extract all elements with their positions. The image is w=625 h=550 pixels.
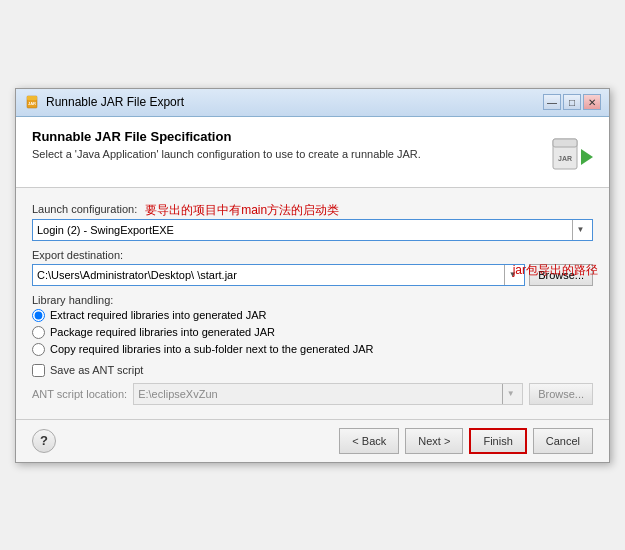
title-text: Runnable JAR File Export <box>46 95 184 109</box>
ant-checkbox[interactable] <box>32 364 45 377</box>
window-icon: JAR <box>24 94 40 110</box>
radio-package[interactable] <box>32 326 45 339</box>
ant-browse-button: Browse... <box>529 383 593 405</box>
launch-config-label-row: Launch configuration: 要导出的项目中有main方法的启动类 <box>32 202 593 219</box>
launch-config-select[interactable]: Login (2) - SwingExportEXE ▼ <box>32 219 593 241</box>
title-bar-left: JAR Runnable JAR File Export <box>24 94 184 110</box>
export-dest-value: C:\Users\Administrator\Desktop\ \start.j… <box>37 269 237 281</box>
svg-text:JAR: JAR <box>28 101 36 106</box>
library-handling-label: Library handling: <box>32 294 593 306</box>
radio-item-2[interactable]: Package required libraries into generate… <box>32 326 593 339</box>
finish-button[interactable]: Finish <box>469 428 526 454</box>
header-title: Runnable JAR File Specification <box>32 129 533 144</box>
library-handling-row: Library handling: Extract required libra… <box>32 294 593 356</box>
ant-location-input: E:\eclipseXvZun ▼ <box>133 383 523 405</box>
export-dest-label: Export destination: <box>32 249 123 261</box>
help-button[interactable]: ? <box>32 429 56 453</box>
ant-location-row: ANT script location: E:\eclipseXvZun ▼ B… <box>32 383 593 405</box>
close-button[interactable]: ✕ <box>583 94 601 110</box>
header-icon: JAR <box>545 129 593 177</box>
ant-arrow-icon: ▼ <box>502 384 518 404</box>
next-button[interactable]: Next > <box>405 428 463 454</box>
radio-item-1[interactable]: Extract required libraries into generate… <box>32 309 593 322</box>
svg-rect-1 <box>27 96 37 100</box>
ant-location-label: ANT script location: <box>32 388 127 400</box>
launch-config-row: Launch configuration: 要导出的项目中有main方法的启动类… <box>32 202 593 241</box>
svg-text:JAR: JAR <box>558 155 572 162</box>
ant-checkbox-row: Save as ANT script <box>32 364 593 377</box>
minimize-button[interactable]: — <box>543 94 561 110</box>
content: Launch configuration: 要导出的项目中有main方法的启动类… <box>16 188 609 419</box>
launch-config-value: Login (2) - SwingExportEXE <box>37 224 174 236</box>
main-window: JAR Runnable JAR File Export — □ ✕ Runna… <box>15 88 610 463</box>
header-subtitle: Select a 'Java Application' launch confi… <box>32 148 533 160</box>
footer: ? < Back Next > Finish Cancel <box>16 419 609 462</box>
radio-package-label: Package required libraries into generate… <box>50 326 275 338</box>
dest-row-wrapper: C:\Users\Administrator\Desktop\ \start.j… <box>32 264 593 286</box>
radio-extract-label: Extract required libraries into generate… <box>50 309 266 321</box>
footer-left: ? <box>32 429 56 453</box>
svg-marker-6 <box>581 149 593 165</box>
launch-config-annotation: 要导出的项目中有main方法的启动类 <box>145 202 339 219</box>
radio-item-3[interactable]: Copy required libraries into a sub-folde… <box>32 343 593 356</box>
ant-checkbox-label: Save as ANT script <box>50 364 143 376</box>
ant-location-value: E:\eclipseXvZun <box>138 388 217 400</box>
export-dest-label-row: Export destination: <box>32 249 593 264</box>
title-controls: — □ ✕ <box>543 94 601 110</box>
header-text: Runnable JAR File Specification Select a… <box>32 129 533 160</box>
radio-extract[interactable] <box>32 309 45 322</box>
radio-copy-label: Copy required libraries into a sub-folde… <box>50 343 373 355</box>
launch-config-label: Launch configuration: <box>32 203 137 215</box>
header-section: Runnable JAR File Specification Select a… <box>16 117 609 188</box>
radio-copy[interactable] <box>32 343 45 356</box>
maximize-button[interactable]: □ <box>563 94 581 110</box>
title-bar: JAR Runnable JAR File Export — □ ✕ <box>16 89 609 117</box>
footer-right: < Back Next > Finish Cancel <box>339 428 593 454</box>
select-arrow-icon[interactable]: ▼ <box>572 220 588 240</box>
radio-group: Extract required libraries into generate… <box>32 309 593 356</box>
export-dest-row: Export destination: C:\Users\Administrat… <box>32 249 593 286</box>
back-button[interactable]: < Back <box>339 428 399 454</box>
cancel-button[interactable]: Cancel <box>533 428 593 454</box>
svg-rect-4 <box>553 139 577 147</box>
export-dest-input[interactable]: C:\Users\Administrator\Desktop\ \start.j… <box>32 264 525 286</box>
jar-path-annotation: jar包导出的路径 <box>513 262 598 279</box>
export-dest-input-row: C:\Users\Administrator\Desktop\ \start.j… <box>32 264 593 286</box>
